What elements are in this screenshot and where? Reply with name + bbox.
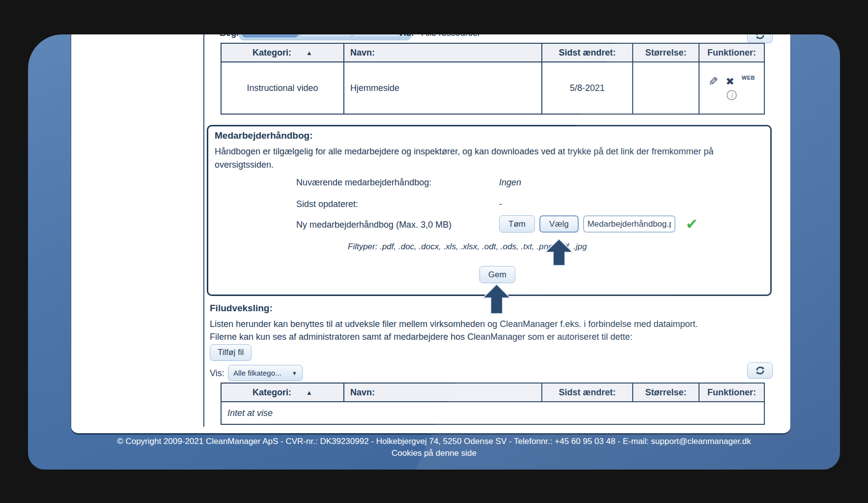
resource-table-row: Instructional video Hjemmeside 5/8-2021 … xyxy=(221,62,764,114)
sort-ascending-icon[interactable]: ▲ xyxy=(306,389,312,396)
last-updated-label: Sidst opdateret: xyxy=(296,199,358,209)
chevron-down-icon: ▼ xyxy=(292,370,297,376)
column-header-category[interactable]: Kategori: ▲ xyxy=(221,43,344,62)
file-upload-row: Tøm Vælg ✔ xyxy=(499,215,698,233)
app-frame: Begræns: Ressourcer Filkategori Hyperlin… xyxy=(0,0,868,503)
desktop-background: Begræns: Ressourcer Filkategori Hyperlin… xyxy=(28,34,840,470)
file-exchange-description-line1: Listen herunder kan benyttes til at udve… xyxy=(210,318,698,330)
resource-functions-cell: ✎ ✖ WEB i xyxy=(699,62,764,114)
column-header-functions[interactable]: Funktioner: xyxy=(699,43,764,62)
resource-name-cell: Hjemmeside xyxy=(344,62,542,114)
resources-table: Kategori: ▲ Navn: Sidst ændret: Størrels… xyxy=(221,43,765,115)
info-icon[interactable]: i xyxy=(727,90,737,100)
resource-category-cell: Instructional video xyxy=(221,62,344,114)
pointer-arrow-icon xyxy=(543,238,575,266)
add-file-button[interactable]: Tilføj fil xyxy=(210,344,252,361)
empty-table-row: Intet at vise xyxy=(221,402,764,424)
save-button[interactable]: Gem xyxy=(479,266,515,283)
column-header-size[interactable]: Størrelse: xyxy=(633,43,699,62)
handbook-description-line1: Håndbogen er tilgælgelig for alle medarb… xyxy=(215,147,714,156)
current-handbook-value: Ingen xyxy=(499,178,521,188)
handbook-section-title: Medarbejderhåndbog: xyxy=(215,130,313,141)
file-category-dropdown[interactable]: Alle filkatego... ▼ xyxy=(228,365,303,381)
clear-file-button[interactable]: Tøm xyxy=(499,215,535,233)
resource-last-changed-cell: 5/8-2021 xyxy=(542,62,633,114)
last-updated-value: - xyxy=(499,199,502,209)
pointer-arrow-icon xyxy=(481,283,512,315)
filter-button-ressourcer[interactable]: Ressourcer xyxy=(242,34,298,37)
view-filter-value[interactable]: Alle ressourcer xyxy=(421,34,480,38)
category-header-label: Kategori: xyxy=(252,387,291,398)
resource-size-cell xyxy=(633,62,699,114)
handbook-description-line2: oversigtssiden. xyxy=(215,160,274,170)
file-exchange-table-header-row: Kategori: ▲ Navn: Sidst ændret: Størrels… xyxy=(221,383,764,402)
resources-table-header-row: Kategori: ▲ Navn: Sidst ændret: Størrels… xyxy=(221,43,764,62)
category-header-label: Kategori: xyxy=(252,48,291,58)
handbook-description: Håndbogen er tilgælgelig for alle medarb… xyxy=(215,145,772,172)
filter-button-group: Ressourcer Filkategori Hyperlink... xyxy=(239,34,411,40)
delete-icon[interactable]: ✖ xyxy=(726,77,734,87)
edit-icon[interactable]: ✎ xyxy=(708,76,718,88)
column-header-name[interactable]: Navn: xyxy=(344,43,542,62)
sort-ascending-icon[interactable]: ▲ xyxy=(306,49,312,57)
column-header-name[interactable]: Navn: xyxy=(344,383,542,402)
handbook-section: Medarbejderhåndbog: Håndbogen er tilgælg… xyxy=(207,125,772,296)
column-header-size[interactable]: Størrelse: xyxy=(633,383,699,402)
file-exchange-table: Kategori: ▲ Navn: Sidst ændret: Størrels… xyxy=(221,383,765,425)
column-header-category[interactable]: Kategori: ▲ xyxy=(221,383,344,402)
file-exchange-description-line2: Filerne kan kun ses af administratoren s… xyxy=(210,330,632,343)
filter-button-filkategori[interactable]: Filkategori xyxy=(300,34,352,37)
refresh-resources-button[interactable] xyxy=(747,34,773,43)
content-divider xyxy=(203,34,204,427)
column-header-functions[interactable]: Funktioner: xyxy=(699,383,764,402)
column-header-last-changed[interactable]: Sidst ændret: xyxy=(542,43,633,62)
new-handbook-label: Ny medarbejderhåndbog (Max. 3,0 MB) xyxy=(296,220,451,230)
refresh-icon xyxy=(755,365,765,376)
web-link-badge[interactable]: WEB xyxy=(742,75,755,81)
copyright-text: © Copyright 2009-2021 CleanManager ApS -… xyxy=(28,437,840,446)
file-category-filter-label: Vis: xyxy=(210,368,224,379)
view-filter-label: Vis: xyxy=(398,34,414,38)
empty-table-message: Intet at vise xyxy=(221,402,764,424)
refresh-files-button[interactable] xyxy=(747,362,773,379)
refresh-icon xyxy=(755,34,765,40)
choose-file-button[interactable]: Vælg xyxy=(539,215,579,233)
file-exchange-title: Filudveksling: xyxy=(210,303,273,314)
file-name-input[interactable] xyxy=(583,215,675,233)
column-header-last-changed[interactable]: Sidst ændret: xyxy=(542,383,633,402)
file-category-dropdown-value: Alle filkatego... xyxy=(233,369,281,377)
upload-success-check-icon: ✔ xyxy=(686,217,698,232)
cookies-link[interactable]: Cookies på denne side xyxy=(28,448,840,458)
current-handbook-label: Nuværende medarbejderhåndbog: xyxy=(296,178,431,188)
